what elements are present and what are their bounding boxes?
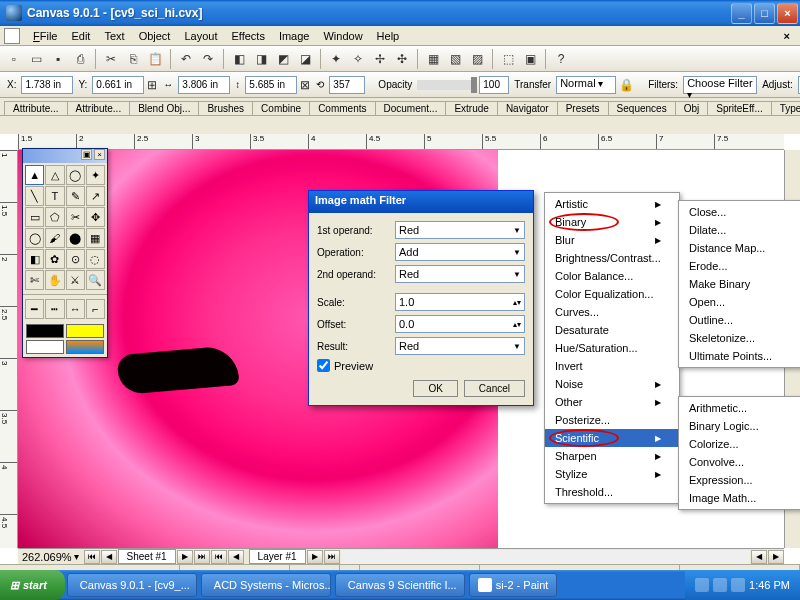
pen-tool[interactable]: ✎ — [66, 186, 85, 206]
wand-tool[interactable]: ✦ — [86, 165, 105, 185]
ok-button[interactable]: OK — [413, 380, 457, 397]
menu-item[interactable]: Open... — [679, 293, 800, 311]
spinner-icon[interactable]: ▴▾ — [513, 298, 521, 307]
undo-icon[interactable]: ↶ — [176, 49, 196, 69]
open-icon[interactable]: ▭ — [26, 49, 46, 69]
tool-icon[interactable]: ◧ — [229, 49, 249, 69]
scissors-tool[interactable]: ✄ — [25, 270, 44, 290]
scroll-left-button[interactable]: ◀ — [751, 550, 767, 564]
paste-icon[interactable]: 📋 — [145, 49, 165, 69]
blur-tool[interactable]: ◌ — [86, 249, 105, 269]
tray-icon[interactable] — [695, 578, 709, 592]
result-select[interactable]: Red▼ — [395, 337, 525, 355]
eraser-tool[interactable]: ◧ — [25, 249, 44, 269]
menu-item[interactable]: Hue/Saturation... — [545, 339, 679, 357]
menu-window[interactable]: Window — [316, 28, 369, 44]
y-input[interactable] — [92, 76, 144, 94]
text-tool[interactable]: T — [45, 186, 64, 206]
palette-tab[interactable]: Obj — [675, 101, 709, 115]
prev-layer-button[interactable]: ◀ — [228, 550, 244, 564]
menu-item[interactable]: Posterize... — [545, 411, 679, 429]
rect-tool[interactable]: ▭ — [25, 207, 44, 227]
fg-color-swatch[interactable] — [26, 324, 64, 338]
tool-icon[interactable]: ✧ — [348, 49, 368, 69]
menu-item[interactable]: Arithmetic... — [679, 399, 800, 417]
menu-item[interactable]: Image Math... — [679, 489, 800, 507]
palette-tab[interactable]: Navigator — [497, 101, 558, 115]
taskbar-task[interactable]: Canvas 9 Scientific I... — [335, 573, 465, 597]
move-tool[interactable]: ✥ — [86, 207, 105, 227]
menu-help[interactable]: Help — [370, 28, 407, 44]
menu-item[interactable]: Blur▶ — [545, 231, 679, 249]
tray-icon[interactable] — [713, 578, 727, 592]
scale-input[interactable]: 1.0▴▾ — [395, 293, 525, 311]
menu-item[interactable]: Skeletonize... — [679, 329, 800, 347]
crop-tool[interactable]: ✂ — [66, 207, 85, 227]
bucket-tool[interactable]: ✿ — [45, 249, 64, 269]
palette-tab[interactable]: Document... — [375, 101, 447, 115]
next-layer-button[interactable]: ▶ — [307, 550, 323, 564]
knife-tool[interactable]: ⚔ — [66, 270, 85, 290]
menu-item[interactable]: Convolve... — [679, 453, 800, 471]
menu-image[interactable]: Image — [272, 28, 317, 44]
close-button[interactable]: × — [777, 3, 798, 24]
dash-style[interactable]: ┅ — [45, 299, 64, 319]
dialog-title[interactable]: Image math Filter — [309, 191, 533, 213]
lock-aspect-icon[interactable]: ⊠ — [299, 75, 311, 95]
join-style[interactable]: ⌐ — [86, 299, 105, 319]
opacity-input[interactable] — [479, 76, 509, 94]
tool-icon[interactable]: ✢ — [370, 49, 390, 69]
operation-select[interactable]: Add▼ — [395, 243, 525, 261]
palette-tab[interactable]: Type... — [771, 101, 800, 115]
menu-item[interactable]: Close... — [679, 203, 800, 221]
next-sheet-button[interactable]: ▶ — [177, 550, 193, 564]
menu-item[interactable]: Make Binary — [679, 275, 800, 293]
menu-file[interactable]: FFile — [26, 28, 64, 44]
tool-palette[interactable]: ▣ × ▲ △ ◯ ✦ ╲ T ✎ ↗ ▭ ⬠ ✂ ✥ ◯ 🖌 ⬤ ▦ ◧ ✿ … — [22, 148, 108, 358]
menu-item[interactable]: Stylize▶ — [545, 465, 679, 483]
print-icon[interactable]: ⎙ — [70, 49, 90, 69]
menu-item[interactable]: Outline... — [679, 311, 800, 329]
scroll-right-button[interactable]: ▶ — [768, 550, 784, 564]
menu-item[interactable]: Binary Logic... — [679, 417, 800, 435]
palette-tab[interactable]: Attribute... — [4, 101, 68, 115]
polygon-tool[interactable]: ⬠ — [45, 207, 64, 227]
op2-select[interactable]: Red▼ — [395, 265, 525, 283]
preview-checkbox[interactable]: Preview — [317, 359, 525, 372]
horizontal-scrollbar[interactable] — [341, 550, 750, 564]
maximize-button[interactable]: □ — [754, 3, 775, 24]
anchor-icon[interactable]: ⊞ — [146, 75, 158, 95]
system-tray[interactable]: 1:46 PM — [685, 570, 800, 600]
menu-item[interactable]: Sharpen▶ — [545, 447, 679, 465]
tool-icon[interactable]: ⬚ — [498, 49, 518, 69]
palette-tab[interactable]: Combine — [252, 101, 310, 115]
marquee-tool[interactable]: ▦ — [86, 228, 105, 248]
opacity-slider[interactable] — [417, 80, 477, 90]
lock-icon[interactable]: 🔒 — [618, 75, 635, 95]
width-input[interactable] — [178, 76, 230, 94]
tool-icon[interactable]: ▨ — [467, 49, 487, 69]
offset-input[interactable]: 0.0▴▾ — [395, 315, 525, 333]
menu-item[interactable]: Noise▶ — [545, 375, 679, 393]
bg-color-swatch[interactable] — [66, 324, 104, 338]
gradient-swatch[interactable] — [66, 340, 104, 354]
menu-item[interactable]: Binary▶ — [545, 213, 679, 231]
tool-icon[interactable]: ▧ — [445, 49, 465, 69]
brush-tool[interactable]: 🖌 — [45, 228, 64, 248]
zoom-readout[interactable]: 262.069% ▾ — [18, 551, 83, 563]
tool-icon[interactable]: ▦ — [423, 49, 443, 69]
arrow-style[interactable]: ↔ — [66, 299, 85, 319]
menu-item[interactable]: Threshold... — [545, 483, 679, 501]
menu-item[interactable]: Other▶ — [545, 393, 679, 411]
taskbar-task[interactable]: ACD Systems - Micros... — [201, 573, 331, 597]
palette-tab[interactable]: Sequences — [608, 101, 676, 115]
taskbar-task[interactable]: si-2 - Paint — [469, 573, 558, 597]
menu-item[interactable]: Ultimate Points... — [679, 347, 800, 365]
x-input[interactable] — [21, 76, 73, 94]
menu-item[interactable]: Invert — [545, 357, 679, 375]
selection-tool[interactable]: ▲ — [25, 165, 44, 185]
tray-icon[interactable] — [731, 578, 745, 592]
menu-item[interactable]: Dilate... — [679, 221, 800, 239]
menu-item[interactable]: Desaturate — [545, 321, 679, 339]
palette-tab[interactable]: Comments — [309, 101, 375, 115]
